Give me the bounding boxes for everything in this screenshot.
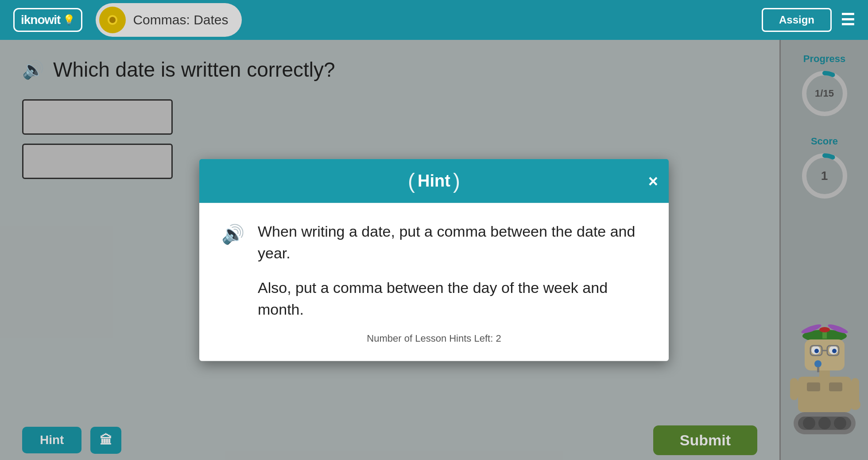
hint-paragraph-1: When writing a date, put a comma between…	[258, 221, 647, 265]
hint-footer: Number of Lesson Hints Left: 2	[221, 333, 647, 348]
lesson-icon-inner	[108, 15, 117, 25]
menu-icon[interactable]: ☰	[841, 11, 855, 29]
hint-modal: ( Hint ) × 🔊 When writing a date, put a …	[199, 159, 669, 361]
logo-bulb-icon: 💡	[63, 14, 75, 26]
hint-bracket-left-icon: (	[408, 169, 415, 193]
logo-text: iknowit	[21, 13, 60, 27]
hint-speaker-icon[interactable]: 🔊	[221, 223, 244, 245]
app-header: iknowit 💡 Commas: Dates Assign ☰	[0, 0, 868, 40]
hint-modal-header: ( Hint ) ×	[199, 159, 669, 203]
hint-modal-body: 🔊 When writing a date, put a comma betwe…	[199, 203, 669, 361]
hint-close-button[interactable]: ×	[648, 172, 658, 189]
hint-body-content: 🔊 When writing a date, put a comma betwe…	[221, 221, 647, 320]
main-content: 🔊 Which date is written correctly? Progr…	[0, 40, 868, 460]
logo-container: iknowit 💡	[13, 8, 82, 32]
hint-paragraph-2: Also, put a comma between the day of the…	[258, 277, 647, 320]
hint-modal-title: Hint	[418, 172, 450, 191]
hint-text-block: When writing a date, put a comma between…	[258, 221, 647, 320]
header-right: Assign ☰	[762, 8, 855, 32]
hint-title-wrapper: ( Hint )	[408, 169, 460, 193]
hints-left-text: Number of Lesson Hints Left: 2	[367, 333, 501, 344]
lesson-icon	[99, 7, 126, 33]
lesson-pill: Commas: Dates	[96, 3, 241, 37]
lesson-title: Commas: Dates	[133, 12, 228, 27]
hint-bracket-right-icon: )	[453, 169, 460, 193]
assign-button[interactable]: Assign	[762, 8, 832, 32]
logo-box: iknowit 💡	[13, 8, 82, 32]
